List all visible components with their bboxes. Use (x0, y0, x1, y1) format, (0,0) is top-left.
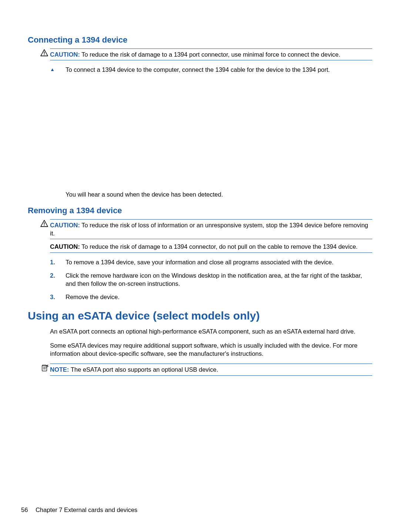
step-number: 3. (50, 293, 66, 301)
heading-removing-1394: Removing a 1394 device (28, 206, 372, 215)
caution-text-body: To reduce the risk of damage to a 1394 p… (81, 51, 340, 58)
chapter-title: Chapter 7 External cards and devices (36, 506, 137, 513)
triangle-bullet-icon: ▲ (50, 66, 66, 74)
page-number: 56 (21, 506, 28, 513)
step-text: Remove the device. (66, 293, 372, 301)
caution-text-body: To reduce the risk of damage to a 1394 c… (81, 243, 358, 250)
post-image-text: You will hear a sound when the device ha… (66, 190, 372, 198)
step-text: To remove a 1394 device, save your infor… (66, 258, 372, 266)
svg-rect-3 (44, 225, 45, 226)
note-label: NOTE: (50, 366, 69, 373)
body-paragraph: Some eSATA devices may require additiona… (50, 341, 372, 358)
heading-connecting-1394: Connecting a 1394 device (28, 35, 372, 45)
page-footer: 56 Chapter 7 External cards and devices (21, 506, 137, 513)
caution-callout: CAUTION: To reduce the risk of damage to… (50, 239, 372, 252)
procedure-step: 3. Remove the device. (50, 293, 372, 301)
heading-using-esata: Using an eSATA device (select models onl… (28, 310, 372, 322)
procedure-ordered-list: 1. To remove a 1394 device, save your in… (50, 258, 372, 301)
procedure-step: 1. To remove a 1394 device, save your in… (50, 258, 372, 266)
note-text-body: The eSATA port also supports an optional… (71, 366, 218, 373)
procedure-step: ▲ To connect a 1394 device to the comput… (50, 66, 372, 74)
note-callout: NOTE: The eSATA port also supports an op… (50, 364, 372, 375)
procedure-list: ▲ To connect a 1394 device to the comput… (50, 66, 372, 74)
step-number: 1. (50, 258, 66, 266)
note-icon (40, 364, 49, 372)
caution-label: CAUTION: (50, 222, 80, 228)
image-placeholder (28, 79, 372, 190)
step-number: 2. (50, 271, 66, 288)
svg-rect-2 (44, 222, 45, 224)
caution-icon (40, 220, 49, 228)
procedure-step-text: To connect a 1394 device to the computer… (66, 66, 372, 74)
step-text: Click the remove hardware icon on the Wi… (66, 271, 372, 288)
svg-rect-0 (44, 51, 45, 54)
caution-callout: CAUTION: To reduce the risk of damage to… (50, 48, 372, 60)
caution-label: CAUTION: (50, 243, 80, 250)
procedure-step: 2. Click the remove hardware icon on the… (50, 271, 372, 288)
caution-icon (40, 49, 49, 57)
caution-callout: CAUTION: To reduce the risk of loss of i… (50, 219, 372, 240)
caution-text-body: To reduce the risk of loss of informatio… (50, 222, 368, 237)
body-paragraph: An eSATA port connects an optional high-… (50, 327, 372, 335)
caution-label: CAUTION: (50, 51, 80, 58)
svg-rect-1 (44, 54, 45, 55)
